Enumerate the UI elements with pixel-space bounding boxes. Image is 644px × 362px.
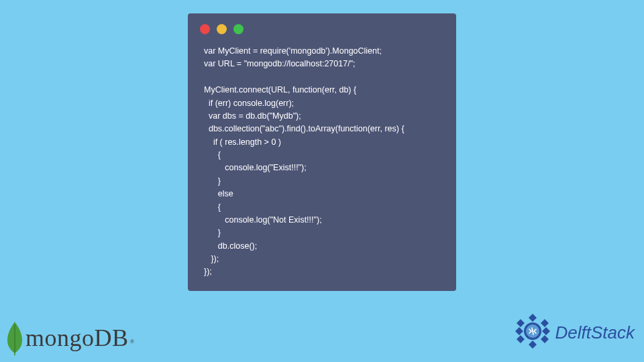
delftstack-logo: DelftStack — [514, 312, 635, 353]
close-icon — [200, 24, 210, 34]
mongodb-label: mongoDB — [25, 324, 129, 351]
code-window: var MyClient = require('mongodb').MongoC… — [188, 13, 456, 291]
mongodb-text: mongoDB® — [25, 324, 133, 352]
delftstack-text: DelftStack — [555, 322, 635, 343]
leaf-icon — [5, 320, 24, 355]
mongodb-logo: mongoDB® — [5, 320, 133, 355]
minimize-icon — [217, 24, 227, 34]
code-content: var MyClient = require('mongodb').MongoC… — [188, 41, 456, 279]
window-titlebar — [188, 21, 456, 41]
maximize-icon — [233, 24, 244, 34]
trademark-symbol: ® — [130, 338, 135, 345]
gear-emblem-icon — [514, 312, 551, 353]
